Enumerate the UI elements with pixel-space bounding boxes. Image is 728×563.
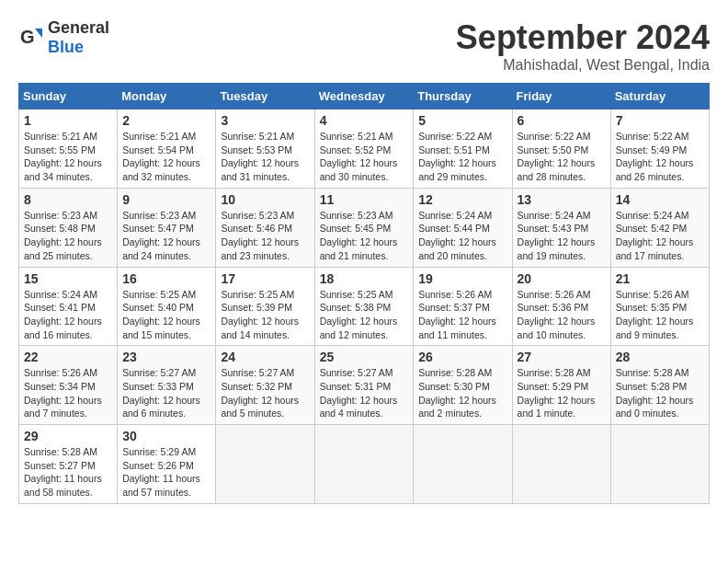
- calendar-header-row: SundayMondayTuesdayWednesdayThursdayFrid…: [19, 84, 710, 109]
- day-info: Sunrise: 5:28 AMSunset: 5:28 PMDaylight:…: [616, 366, 704, 420]
- month-title: September 2024: [456, 18, 710, 57]
- calendar-cell: 20 Sunrise: 5:26 AMSunset: 5:36 PMDaylig…: [512, 267, 610, 346]
- calendar-cell: 3 Sunrise: 5:21 AMSunset: 5:53 PMDayligh…: [216, 109, 314, 189]
- day-number: 6: [518, 113, 606, 128]
- logo: G General Blue: [18, 18, 109, 57]
- svg-marker-1: [35, 29, 42, 38]
- calendar-cell: 2 Sunrise: 5:21 AMSunset: 5:54 PMDayligh…: [118, 109, 216, 189]
- day-number: 26: [418, 350, 506, 364]
- page-header: G General Blue September 2024 Mahishadal…: [18, 18, 710, 74]
- day-number: 15: [24, 271, 112, 286]
- calendar-cell: 1 Sunrise: 5:21 AMSunset: 5:55 PMDayligh…: [19, 109, 118, 189]
- day-info: Sunrise: 5:25 AMSunset: 5:38 PMDaylight:…: [320, 288, 409, 342]
- day-info: Sunrise: 5:23 AMSunset: 5:45 PMDaylight:…: [320, 209, 409, 263]
- day-number: 21: [616, 271, 704, 286]
- day-number: 29: [24, 429, 112, 443]
- col-header-tuesday: Tuesday: [216, 84, 314, 109]
- calendar-cell: [512, 425, 610, 504]
- day-number: 11: [320, 192, 409, 207]
- day-info: Sunrise: 5:24 AMSunset: 5:41 PMDaylight:…: [24, 288, 112, 342]
- day-info: Sunrise: 5:23 AMSunset: 5:47 PMDaylight:…: [122, 209, 210, 263]
- day-info: Sunrise: 5:28 AMSunset: 5:29 PMDaylight:…: [518, 366, 606, 420]
- day-info: Sunrise: 5:22 AMSunset: 5:49 PMDaylight:…: [616, 130, 704, 184]
- calendar-cell: [414, 425, 512, 504]
- day-info: Sunrise: 5:28 AMSunset: 5:27 PMDaylight:…: [24, 445, 112, 500]
- col-header-friday: Friday: [512, 84, 610, 109]
- calendar-cell: 8 Sunrise: 5:23 AMSunset: 5:48 PMDayligh…: [19, 188, 118, 267]
- calendar-row-1: 1 Sunrise: 5:21 AMSunset: 5:55 PMDayligh…: [19, 109, 710, 189]
- logo-general: General: [48, 18, 109, 37]
- day-info: Sunrise: 5:24 AMSunset: 5:44 PMDaylight:…: [418, 209, 506, 263]
- day-info: Sunrise: 5:26 AMSunset: 5:36 PMDaylight:…: [518, 288, 606, 342]
- calendar-row-3: 15 Sunrise: 5:24 AMSunset: 5:41 PMDaylig…: [19, 267, 710, 346]
- day-number: 16: [122, 271, 210, 286]
- calendar-cell: 4 Sunrise: 5:21 AMSunset: 5:52 PMDayligh…: [314, 109, 414, 189]
- day-number: 25: [320, 350, 409, 364]
- calendar-cell: [314, 425, 414, 504]
- day-info: Sunrise: 5:26 AMSunset: 5:34 PMDaylight:…: [24, 366, 112, 420]
- day-info: Sunrise: 5:24 AMSunset: 5:43 PMDaylight:…: [518, 209, 606, 263]
- calendar-cell: [216, 425, 314, 504]
- calendar-cell: 12 Sunrise: 5:24 AMSunset: 5:44 PMDaylig…: [414, 188, 512, 267]
- calendar-cell: 16 Sunrise: 5:25 AMSunset: 5:40 PMDaylig…: [118, 267, 216, 346]
- day-info: Sunrise: 5:29 AMSunset: 5:26 PMDaylight:…: [122, 445, 210, 500]
- day-info: Sunrise: 5:22 AMSunset: 5:50 PMDaylight:…: [518, 130, 606, 184]
- calendar-cell: 7 Sunrise: 5:22 AMSunset: 5:49 PMDayligh…: [610, 109, 709, 189]
- calendar-cell: 23 Sunrise: 5:27 AMSunset: 5:33 PMDaylig…: [118, 346, 216, 425]
- calendar-cell: 5 Sunrise: 5:22 AMSunset: 5:51 PMDayligh…: [414, 109, 512, 189]
- calendar-cell: 24 Sunrise: 5:27 AMSunset: 5:32 PMDaylig…: [216, 346, 314, 425]
- calendar-table: SundayMondayTuesdayWednesdayThursdayFrid…: [18, 83, 710, 504]
- calendar-cell: 14 Sunrise: 5:24 AMSunset: 5:42 PMDaylig…: [610, 188, 709, 267]
- day-info: Sunrise: 5:27 AMSunset: 5:33 PMDaylight:…: [122, 366, 210, 420]
- day-number: 18: [320, 271, 409, 286]
- logo-icon: G: [18, 25, 44, 51]
- day-number: 4: [320, 113, 409, 128]
- day-number: 20: [518, 271, 606, 286]
- col-header-saturday: Saturday: [610, 84, 709, 109]
- day-number: 23: [122, 350, 210, 364]
- day-number: 28: [616, 350, 704, 364]
- calendar-cell: 11 Sunrise: 5:23 AMSunset: 5:45 PMDaylig…: [314, 188, 414, 267]
- day-info: Sunrise: 5:26 AMSunset: 5:35 PMDaylight:…: [616, 288, 704, 342]
- col-header-sunday: Sunday: [19, 84, 118, 109]
- calendar-cell: 9 Sunrise: 5:23 AMSunset: 5:47 PMDayligh…: [118, 188, 216, 267]
- day-number: 12: [418, 192, 506, 207]
- calendar-cell: 28 Sunrise: 5:28 AMSunset: 5:28 PMDaylig…: [610, 346, 709, 425]
- day-info: Sunrise: 5:23 AMSunset: 5:48 PMDaylight:…: [24, 209, 112, 263]
- day-info: Sunrise: 5:21 AMSunset: 5:53 PMDaylight:…: [221, 130, 309, 184]
- day-info: Sunrise: 5:25 AMSunset: 5:39 PMDaylight:…: [221, 288, 309, 342]
- day-info: Sunrise: 5:23 AMSunset: 5:46 PMDaylight:…: [221, 209, 309, 263]
- day-info: Sunrise: 5:25 AMSunset: 5:40 PMDaylight:…: [122, 288, 210, 342]
- title-area: September 2024 Mahishadal, West Bengal, …: [456, 18, 710, 74]
- calendar-cell: 15 Sunrise: 5:24 AMSunset: 5:41 PMDaylig…: [19, 267, 118, 346]
- calendar-cell: 10 Sunrise: 5:23 AMSunset: 5:46 PMDaylig…: [216, 188, 314, 267]
- calendar-cell: 27 Sunrise: 5:28 AMSunset: 5:29 PMDaylig…: [512, 346, 610, 425]
- day-number: 10: [221, 192, 309, 207]
- day-number: 24: [221, 350, 309, 364]
- calendar-cell: 22 Sunrise: 5:26 AMSunset: 5:34 PMDaylig…: [19, 346, 118, 425]
- calendar-row-5: 29 Sunrise: 5:28 AMSunset: 5:27 PMDaylig…: [19, 425, 710, 504]
- location-title: Mahishadal, West Bengal, India: [456, 57, 710, 74]
- col-header-thursday: Thursday: [414, 84, 512, 109]
- logo-wordmark: General Blue: [48, 18, 109, 57]
- day-info: Sunrise: 5:21 AMSunset: 5:54 PMDaylight:…: [122, 130, 210, 184]
- calendar-cell: 18 Sunrise: 5:25 AMSunset: 5:38 PMDaylig…: [314, 267, 414, 346]
- day-number: 2: [122, 113, 210, 128]
- day-number: 14: [616, 192, 704, 207]
- day-number: 5: [418, 113, 506, 128]
- calendar-cell: 19 Sunrise: 5:26 AMSunset: 5:37 PMDaylig…: [414, 267, 512, 346]
- calendar-cell: 13 Sunrise: 5:24 AMSunset: 5:43 PMDaylig…: [512, 188, 610, 267]
- day-number: 9: [122, 192, 210, 207]
- day-info: Sunrise: 5:21 AMSunset: 5:52 PMDaylight:…: [320, 130, 409, 184]
- calendar-row-2: 8 Sunrise: 5:23 AMSunset: 5:48 PMDayligh…: [19, 188, 710, 267]
- day-info: Sunrise: 5:27 AMSunset: 5:31 PMDaylight:…: [320, 366, 409, 420]
- calendar-cell: 25 Sunrise: 5:27 AMSunset: 5:31 PMDaylig…: [314, 346, 414, 425]
- day-info: Sunrise: 5:22 AMSunset: 5:51 PMDaylight:…: [418, 130, 506, 184]
- day-number: 22: [24, 350, 112, 364]
- day-number: 19: [418, 271, 506, 286]
- svg-text:G: G: [20, 27, 35, 47]
- calendar-cell: 21 Sunrise: 5:26 AMSunset: 5:35 PMDaylig…: [610, 267, 709, 346]
- day-info: Sunrise: 5:27 AMSunset: 5:32 PMDaylight:…: [221, 366, 309, 420]
- calendar-cell: 26 Sunrise: 5:28 AMSunset: 5:30 PMDaylig…: [414, 346, 512, 425]
- day-number: 7: [616, 113, 704, 128]
